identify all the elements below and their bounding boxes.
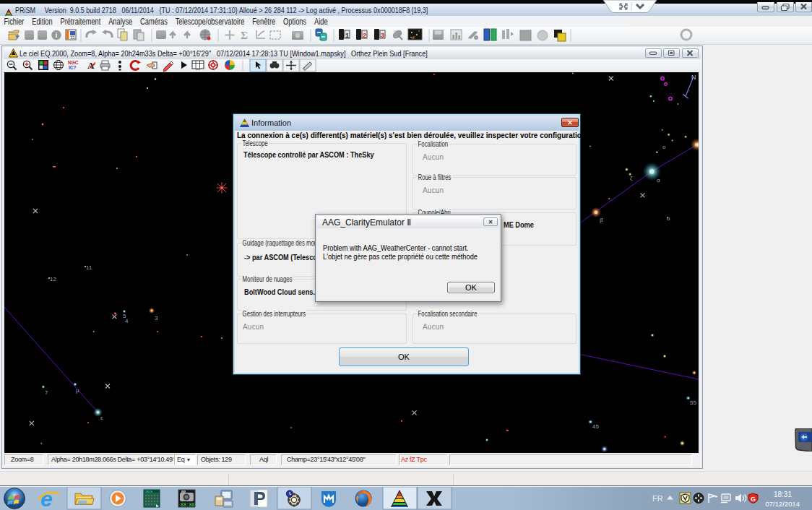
svg-text:7: 7 <box>45 389 48 396</box>
svg-text:e: e <box>40 487 53 510</box>
svg-text:12: 12 <box>50 276 56 282</box>
svg-text:ο: ο <box>662 144 666 150</box>
svg-text:G: G <box>751 496 756 503</box>
svg-text:07/12/2014: 07/12/2014 <box>765 500 800 508</box>
svg-text:31: 31 <box>70 35 75 40</box>
svg-text:3: 3 <box>155 315 158 321</box>
svg-text:18:31: 18:31 <box>774 490 792 498</box>
svg-text:55: 55 <box>690 399 696 406</box>
svg-text:α: α <box>657 177 660 183</box>
svg-text:ε: ε <box>100 415 103 421</box>
svg-text:Σ: Σ <box>241 30 248 41</box>
svg-text:β: β <box>600 217 603 223</box>
svg-text:N: N <box>691 74 696 81</box>
svg-text:i: i <box>56 31 58 39</box>
svg-text:4: 4 <box>125 318 129 324</box>
svg-text:3: 3 <box>381 32 384 39</box>
svg-text:FR: FR <box>652 494 663 503</box>
svg-text:45: 45 <box>592 423 599 430</box>
svg-text:I.R.I.S: I.R.I.S <box>145 490 152 493</box>
svg-text:11: 11 <box>86 264 92 271</box>
svg-text:1: 1 <box>345 32 349 39</box>
svg-text:NGC: NGC <box>68 60 79 65</box>
svg-text:u: u <box>667 215 670 222</box>
svg-text:IC?: IC? <box>69 65 77 70</box>
svg-text:ζ: ζ <box>630 175 633 181</box>
svg-text:2: 2 <box>363 32 366 39</box>
svg-text:88:88: 88:88 <box>181 503 195 508</box>
svg-text:μ: μ <box>76 387 79 394</box>
